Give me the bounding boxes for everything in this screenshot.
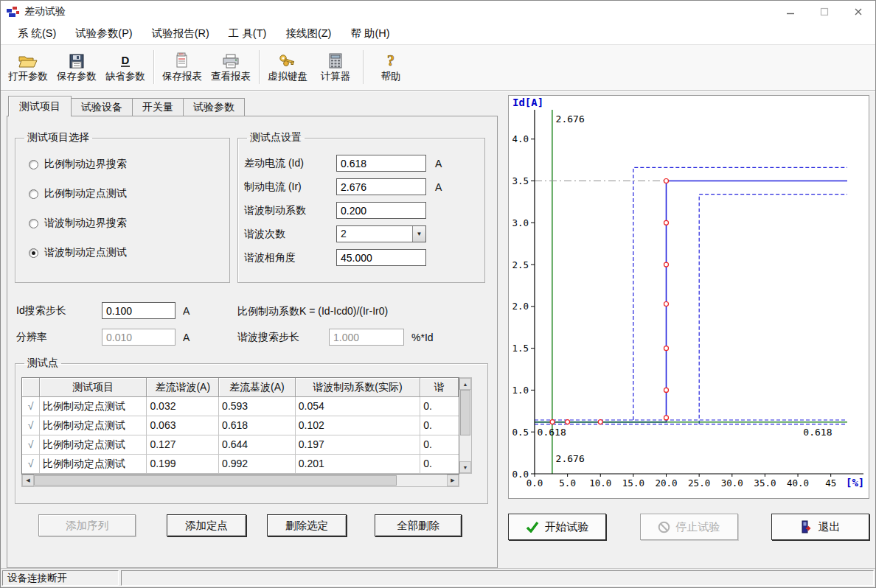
toolbar-separator [259, 50, 260, 84]
cell-coefficient: 0.201 [296, 455, 420, 474]
tab-switch-quantity[interactable]: 开关量 [132, 98, 184, 116]
menu-tools[interactable]: 工 具(T) [219, 24, 277, 43]
row-checkbox[interactable]: √ [22, 435, 40, 455]
chart-controls: 开始试验 停止试验 退出 [508, 514, 869, 540]
add-fixed-point-button[interactable]: 添加定点 [167, 514, 246, 536]
restraint-current-input[interactable] [336, 178, 426, 195]
svg-text:0.618: 0.618 [538, 427, 566, 438]
cell-coefficient: 0.102 [296, 416, 420, 435]
tab-test-items[interactable]: 测试项目 [8, 96, 72, 116]
scroll-thumb[interactable] [460, 390, 470, 435]
maximize-button[interactable] [807, 1, 841, 23]
cell-fundamental: 0.644 [219, 435, 296, 455]
svg-text:Id[A]: Id[A] [512, 97, 543, 108]
scroll-left-icon[interactable]: ◀ [22, 475, 34, 486]
tab-test-params[interactable]: 试验参数 [183, 98, 245, 116]
test-points-group: 测试点 测试项目 差流谐波(A) 差流基波(A) 谐波制动系数(实际) 谐 [15, 357, 488, 504]
table-row[interactable]: √ 比例制动定点测试 0.199 0.992 0.201 0. [22, 455, 459, 474]
calculator-icon [329, 51, 342, 69]
table-row[interactable]: √ 比例制动定点测试 0.032 0.593 0.054 0. [22, 397, 459, 416]
table-row[interactable]: √ 比例制动定点测试 0.127 0.644 0.197 0. [22, 435, 459, 455]
cell-test-item: 比例制动定点测试 [40, 455, 147, 474]
radio-harmonic-fixed-point-test[interactable]: 谐波制动定点测试 [29, 246, 223, 259]
start-test-button[interactable]: 开始试验 [508, 514, 606, 540]
toolbar-label: 保存参数 [57, 70, 97, 83]
harmonic-search-step-row: 谐波搜索步长 %*Id [237, 329, 434, 346]
svg-text:35.0: 35.0 [754, 477, 776, 489]
row-checkbox[interactable]: √ [22, 455, 40, 474]
scroll-right-icon[interactable]: ▶ [447, 475, 459, 486]
open-params-button[interactable]: 打开参数 [4, 49, 52, 85]
svg-text:2.676: 2.676 [556, 453, 585, 464]
menu-wiring-diagram[interactable]: 接线图(Z) [276, 24, 341, 43]
close-button[interactable] [841, 1, 875, 23]
table-row[interactable]: √ 比例制动定点测试 0.063 0.618 0.102 0. [22, 416, 459, 435]
menu-help[interactable]: 帮 助(H) [341, 24, 399, 43]
radio-ratio-fixed-point-test[interactable]: 比例制动定点测试 [29, 187, 223, 200]
toolbar: 打开参数 保存参数 D 缺省参数 [1, 45, 875, 91]
field-row: 谐波制动系数 [244, 202, 479, 219]
calculator-button[interactable]: 计算器 [312, 49, 359, 85]
minimize-button[interactable] [774, 1, 807, 23]
scroll-track[interactable] [459, 390, 471, 461]
radio-harmonic-boundary-search[interactable]: 谐波制动边界搜索 [29, 217, 223, 230]
id-search-step-input[interactable] [102, 302, 175, 319]
menu-test-report[interactable]: 试验报告(R) [142, 24, 219, 43]
scroll-thumb[interactable] [34, 475, 397, 486]
scroll-track[interactable] [34, 475, 447, 486]
row-checkbox[interactable]: √ [22, 416, 40, 435]
toolbar-label: 查看报表 [211, 70, 251, 83]
scroll-up-icon[interactable]: ▲ [459, 378, 471, 390]
toolbar-label: 计算器 [321, 70, 351, 83]
tab-test-equipment[interactable]: 试验设备 [71, 98, 133, 116]
main-area: 测试项目 试验设备 开关量 试验参数 测试项目选择 比例制动边界搜索 [1, 91, 875, 568]
tab-label: 试验设备 [81, 101, 122, 113]
field-unit: %*Id [411, 332, 434, 343]
window-title: 差动试验 [24, 5, 66, 18]
cell-extra: 0. [420, 416, 459, 435]
add-sequence-button: 添加序列 [38, 514, 136, 536]
save-params-button[interactable]: 保存参数 [52, 49, 101, 85]
help-button[interactable]: ? 帮助 [367, 49, 414, 85]
harmonic-order-select[interactable]: 2 ▼ [336, 225, 426, 242]
harmonic-phase-angle-input[interactable] [336, 249, 426, 266]
menu-test-params[interactable]: 试验参数(P) [66, 24, 142, 43]
resolution-input [102, 329, 175, 346]
group-title: 测试项目选择 [24, 131, 92, 144]
chevron-down-icon[interactable]: ▼ [412, 226, 425, 242]
svg-text:10.0: 10.0 [589, 477, 611, 489]
header-cell: 谐 [420, 378, 459, 397]
radio-label: 谐波制动边界搜索 [44, 217, 127, 230]
radio-label: 比例制动定点测试 [44, 187, 127, 200]
differential-current-input[interactable] [336, 155, 426, 172]
delete-selected-button[interactable]: 删除选定 [267, 514, 347, 536]
toolbar-label: 虚拟键盘 [268, 70, 307, 83]
delete-all-button[interactable]: 全部删除 [375, 514, 462, 536]
svg-text:0.5: 0.5 [512, 427, 529, 438]
view-report-button[interactable]: 查看报表 [206, 49, 255, 85]
field-row: 制动电流 (Ir) A [244, 178, 479, 195]
table-vertical-scrollbar[interactable]: ▲ ▼ [459, 377, 472, 474]
header-cell: 差流基波(A) [219, 378, 296, 397]
save-report-button[interactable]: EXL 保存报表 [158, 49, 206, 85]
virtual-keyboard-button[interactable]: 虚拟键盘 [263, 49, 312, 85]
svg-text:D: D [122, 54, 130, 66]
cell-harmonic: 0.199 [147, 455, 219, 474]
cell-fundamental: 0.593 [219, 397, 296, 416]
button-label: 停止试验 [676, 520, 720, 534]
tab-label: 开关量 [142, 101, 173, 113]
field-label: 差动电流 (Id) [244, 157, 336, 170]
radio-ratio-boundary-search[interactable]: 比例制动边界搜索 [29, 158, 223, 171]
svg-text:2.5: 2.5 [512, 259, 529, 270]
scroll-down-icon[interactable]: ▼ [459, 461, 471, 473]
table-header-row: 测试项目 差流谐波(A) 差流基波(A) 谐波制动系数(实际) 谐 [22, 378, 459, 397]
table-horizontal-scrollbar[interactable]: ◀ ▶ [21, 475, 459, 487]
left-column: 测试项目 试验设备 开关量 试验参数 测试项目选择 比例制动边界搜索 [7, 95, 498, 568]
stop-test-button: 停止试验 [640, 514, 738, 540]
exit-button[interactable]: 退出 [771, 514, 869, 540]
harmonic-restraint-coeff-input[interactable] [336, 202, 426, 219]
default-params-button[interactable]: D 缺省参数 [101, 49, 150, 85]
row-checkbox[interactable]: √ [22, 397, 40, 416]
menu-system[interactable]: 系 统(S) [8, 24, 66, 43]
svg-text:40.0: 40.0 [787, 477, 809, 489]
